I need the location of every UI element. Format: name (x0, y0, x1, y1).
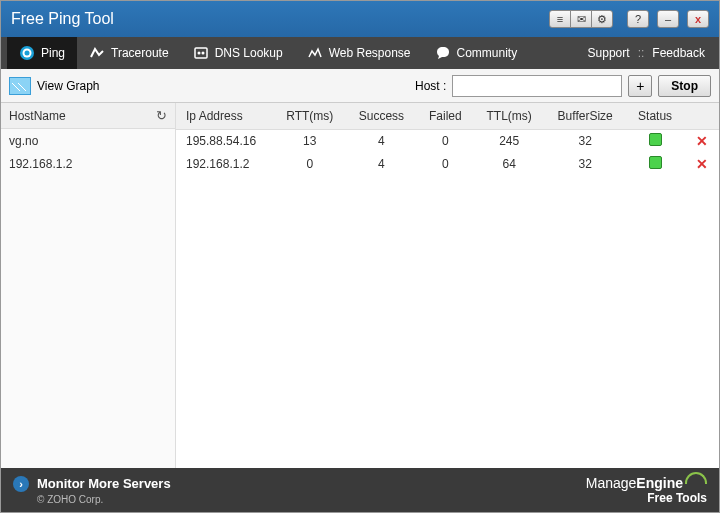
cell-buffer: 32 (545, 129, 626, 152)
target-icon (19, 45, 35, 61)
content-area: HostName ↻ vg.no 192.168.1.2 Ip Address … (1, 103, 719, 468)
svg-point-4 (197, 52, 200, 55)
footer-left: › Monitor More Servers © ZOHO Corp. (13, 476, 171, 505)
support-link[interactable]: Support (580, 46, 638, 60)
table-row[interactable]: 195.88.54.16 13 4 0 245 32 ✕ (176, 129, 719, 152)
menu-community[interactable]: Community (423, 37, 530, 69)
svg-point-5 (201, 52, 204, 55)
results-table: Ip Address RTT(ms) Success Failed TTL(ms… (176, 103, 719, 175)
cell-failed: 0 (417, 152, 474, 175)
hostname-header: HostName (9, 109, 66, 123)
cell-buffer: 32 (545, 152, 626, 175)
stop-button[interactable]: Stop (658, 75, 711, 97)
cell-success: 4 (346, 129, 417, 152)
help-button[interactable]: ? (627, 10, 649, 28)
close-button[interactable]: x (687, 10, 709, 28)
svg-point-2 (25, 51, 30, 56)
brand: ManageEngine Free Tools (586, 475, 707, 505)
refresh-icon[interactable]: ↻ (156, 108, 167, 123)
col-success[interactable]: Success (346, 103, 417, 129)
cell-success: 4 (346, 152, 417, 175)
cell-ip: 195.88.54.16 (176, 129, 273, 152)
menu-traceroute[interactable]: Traceroute (77, 37, 181, 69)
cell-status (626, 152, 684, 175)
status-ok-icon (649, 156, 662, 169)
delete-row-button[interactable]: ✕ (696, 156, 708, 172)
arrow-right-icon: › (13, 476, 29, 492)
menu-label: Traceroute (111, 46, 169, 60)
cell-ip: 192.168.1.2 (176, 152, 273, 175)
settings-button[interactable]: ⚙ (591, 10, 613, 28)
results-panel: Ip Address RTT(ms) Success Failed TTL(ms… (176, 103, 719, 468)
host-list-header: HostName ↻ (1, 103, 175, 129)
view-graph-label: View Graph (37, 79, 99, 93)
mail-button[interactable]: ✉ (570, 10, 592, 28)
web-icon (307, 45, 323, 61)
add-host-button[interactable]: + (628, 75, 652, 97)
host-row[interactable]: vg.no (1, 129, 175, 152)
app-title: Free Ping Tool (11, 10, 549, 28)
col-status[interactable]: Status (626, 103, 684, 129)
host-label: Host : (415, 79, 446, 93)
monitor-link[interactable]: › Monitor More Servers (13, 476, 171, 492)
status-ok-icon (649, 133, 662, 146)
host-list-panel: HostName ↻ vg.no 192.168.1.2 (1, 103, 176, 468)
community-icon (435, 45, 451, 61)
menu-web[interactable]: Web Response (295, 37, 423, 69)
menu-label: Web Response (329, 46, 411, 60)
cell-ttl: 64 (474, 152, 545, 175)
col-buffer[interactable]: BufferSize (545, 103, 626, 129)
toolbar: View Graph Host : + Stop (1, 69, 719, 103)
col-ttl[interactable]: TTL(ms) (474, 103, 545, 129)
cell-rtt: 13 (273, 129, 346, 152)
footer: › Monitor More Servers © ZOHO Corp. Mana… (1, 468, 719, 512)
list-button[interactable]: ≡ (549, 10, 571, 28)
menu-label: Community (457, 46, 518, 60)
cell-ttl: 245 (474, 129, 545, 152)
delete-row-button[interactable]: ✕ (696, 133, 708, 149)
minimize-button[interactable]: – (657, 10, 679, 28)
titlebar: Free Ping Tool ≡ ✉ ⚙ ? – x (1, 1, 719, 37)
col-delete (684, 103, 719, 129)
col-ip[interactable]: Ip Address (176, 103, 273, 129)
col-rtt[interactable]: RTT(ms) (273, 103, 346, 129)
cell-failed: 0 (417, 129, 474, 152)
titlebar-tool-group: ≡ ✉ ⚙ (549, 10, 613, 28)
graph-icon (9, 77, 31, 95)
host-input[interactable] (452, 75, 622, 97)
brand-line1: ManageEngine (586, 475, 707, 491)
menubar: Ping Traceroute DNS Lookup Web Response … (1, 37, 719, 69)
view-graph-button[interactable]: View Graph (9, 77, 99, 95)
window-controls: ? – x (623, 10, 709, 28)
menu-ping[interactable]: Ping (7, 37, 77, 69)
cell-rtt: 0 (273, 152, 346, 175)
menu-dns[interactable]: DNS Lookup (181, 37, 295, 69)
brand-line2: Free Tools (586, 491, 707, 505)
col-failed[interactable]: Failed (417, 103, 474, 129)
table-row[interactable]: 192.168.1.2 0 4 0 64 32 ✕ (176, 152, 719, 175)
traceroute-icon (89, 45, 105, 61)
menu-label: DNS Lookup (215, 46, 283, 60)
menu-label: Ping (41, 46, 65, 60)
dns-icon (193, 45, 209, 61)
separator: :: (638, 46, 645, 60)
copyright: © ZOHO Corp. (37, 494, 171, 505)
arc-icon (685, 472, 707, 484)
cell-status (626, 129, 684, 152)
feedback-link[interactable]: Feedback (644, 46, 713, 60)
host-row[interactable]: 192.168.1.2 (1, 152, 175, 175)
svg-rect-3 (195, 48, 207, 58)
